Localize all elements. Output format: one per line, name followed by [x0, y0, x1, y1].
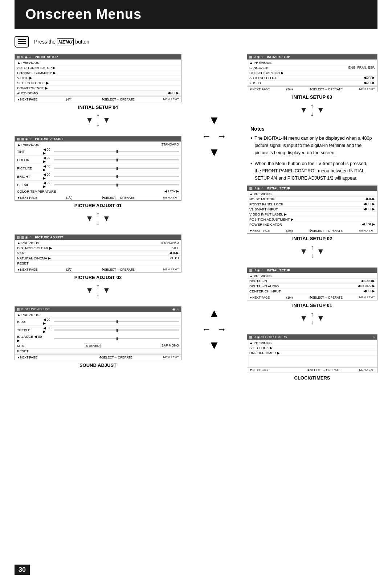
menu-row: ▲ PREVIOUSSTANDARD [15, 142, 181, 147]
arrow-down: ↓ [97, 121, 100, 127]
arrow-down2: ↓ [97, 219, 100, 226]
menu-row: CONVERGENCE ▶ [15, 86, 181, 91]
arrow-vertical-r2: ↑ ↓ [311, 244, 314, 259]
picture-adjust-01-block: ▦ ▦ ◉ ☆ PICTURE ADJUST ▲ PREVIOUSSTANDAR… [15, 136, 181, 226]
notes-text-1: The DIGITAL-IN menu can only be displaye… [255, 135, 374, 156]
notes-item-2: • When the Menu button on the TV front p… [250, 160, 374, 182]
menu-row: VSM◀ON▶ [15, 251, 181, 256]
screen-footer: ▼NEXT PAGE(1/4)❖SELECT↔ OPERATEMENU EXIT [247, 295, 377, 300]
slider-row: TREBLE◀ 00 ▶ [15, 326, 181, 334]
arrow-up2: ↑ [97, 211, 100, 218]
notes-section: Notes • The DIGITAL-IN menu can only be … [247, 126, 377, 182]
menu-row: ▲ PREVIOUS [247, 192, 377, 197]
menu-row: DIGITAL-IN AUDIO◀DIGITAL▶ [247, 284, 377, 289]
menu-row: ▲ PREVIOUS [15, 312, 181, 317]
arrow-up3: ↑ [97, 283, 100, 290]
menu-row: NOISE MUTING◀ON▶ [247, 197, 377, 202]
screen-header: ▦ ▦ ◉ ☆ PICTURE ADJUST [15, 235, 181, 240]
arrow-down-r2: ↓ [311, 252, 314, 259]
menu-row: DIG. NOISE CLEAR ▶OFF [15, 246, 181, 251]
menu-row [247, 356, 377, 366]
arrow-down-right2: ▼ [103, 214, 111, 222]
section-label-initial02: INITIAL SETUP 02 [247, 236, 377, 241]
arrow-left-icon2: ← [202, 324, 211, 335]
center-arrow-up: ▼ [208, 146, 220, 159]
arrow-left-icon: ← [202, 131, 211, 142]
arrow-up-r3: ↑ [311, 311, 314, 317]
initial-setup-01-screen: ▦ ↺ ◉ ☆ INITIAL SETUP ▲ PREVIOUS DIGITAL… [247, 267, 377, 300]
menu-row: ▲ PREVIOUS [247, 60, 377, 65]
bullet-dot-1: • [250, 135, 253, 156]
nav-arrows-picadj02: ▼ ↑ ↓ ▼ [15, 283, 181, 298]
initial-setup-04-block: ▦ ↺ ◉ ☆ INITIAL SETUP ▲ PREVIOUS AUTO TU… [15, 54, 181, 127]
initial-setup-01-block: ▦ ↺ ◉ ☆ INITIAL SETUP ▲ PREVIOUS DIGITAL… [247, 267, 377, 325]
center-arrow-down2: ▼ [208, 339, 220, 352]
arrow-down-right: ▼ [103, 116, 111, 124]
screen-footer: ▼NEXT PAGE❖SELECT↔ OPERATEMENU EXIT [15, 354, 181, 360]
menu-row: AUTO TUNER SETUP ▶ [15, 65, 181, 70]
menu-row: ON / OFF TIMER ▶ [247, 351, 377, 356]
menu-row: RESET [15, 261, 181, 266]
arrow-vertical-r1: ↑ ↓ [311, 103, 314, 117]
menu-row: XDS ID◀OFF▶ [247, 81, 377, 86]
notes-text-2: When the Menu button on the TV front pan… [255, 160, 374, 182]
menu-row: AUTO DEMO◀OFF▶ [15, 91, 181, 96]
notes-item-1: • The DIGITAL-IN menu can only be displa… [250, 135, 374, 156]
menu-row: ▲ PREVIOUS [247, 274, 377, 279]
arrow-up-r2: ↑ [311, 244, 314, 251]
left-column: ▦ ↺ ◉ ☆ INITIAL SETUP ▲ PREVIOUS AUTO TU… [15, 54, 181, 389]
menu-row: SET LOCK CODE ▶ [15, 81, 181, 86]
menu-icon [15, 36, 29, 48]
menu-row: SET CLOCK ▶ [247, 345, 377, 351]
arrow-down-r1: ↓ [311, 111, 314, 117]
svg-rect-1 [18, 41, 26, 42]
bullet-dot-2: • [250, 160, 253, 182]
arrow-vertical: ↑ ↓ [97, 113, 100, 127]
arrow-down-right-r1: ▼ [317, 106, 325, 114]
arrow-down-right3: ▼ [103, 286, 111, 294]
screen-header: ▦ ↺ ◉ ☆ INITIAL SETUP [247, 186, 377, 191]
section-label-initial01: INITIAL SETUP 01 [247, 303, 377, 308]
menu-row: DIGITAL-IN◀SIZE1▶ [247, 279, 377, 284]
menu-row: VIDEO INPUT LABEL ▶ [247, 212, 377, 217]
menu-row: ▲ PREVIOUS [247, 340, 377, 345]
screen-header: ▦ ↺ ◉ CLOCK / TIMERS ☆ [247, 335, 377, 340]
right-column: ▦ ↺ ◉ ☆ INITIAL SETUP ▲ PREVIOUS LANGUAG… [247, 54, 377, 389]
main-layout: ▦ ↺ ◉ ☆ INITIAL SETUP ▲ PREVIOUS AUTO TU… [15, 54, 377, 389]
press-menu-row: Press the MENU button [15, 36, 377, 48]
arrow-down-left2: ▼ [86, 214, 94, 222]
arrow-down-left3: ▼ [86, 286, 94, 294]
screen-header: ▦ ▦ ◉ ☆ PICTURE ADJUST [15, 136, 181, 142]
arrow-down-left-r1: ▼ [300, 106, 308, 114]
press-text: Press the MENU button [34, 39, 89, 45]
arrow-vertical3: ↑ ↓ [97, 283, 100, 298]
arrow-vertical-r3: ↑ ↓ [311, 311, 314, 325]
initial-setup-03-screen: ▦ ↺ ◉ ☆ INITIAL SETUP ▲ PREVIOUS LANGUAG… [247, 54, 377, 92]
section-label-picadj01: PICTURE ADJUST 01 [15, 203, 181, 208]
picture-adjust-01-screen: ▦ ▦ ◉ ☆ PICTURE ADJUST ▲ PREVIOUSSTANDAR… [15, 136, 181, 201]
slider-row: TINT◀ 00 ▶ [15, 147, 181, 156]
slider-row: BRIGHT◀ 00 ▶ [15, 172, 181, 181]
arrow-down-left-r2: ▼ [300, 247, 308, 255]
menu-row: COLOR TEMPERATURE◀ LOW ▶ [15, 189, 181, 194]
picture-adjust-02-block: ▦ ▦ ◉ ☆ PICTURE ADJUST ▲ PREVIOUSSTANDAR… [15, 234, 181, 298]
section-label-picadj02: PICTURE ADJUST 02 [15, 275, 181, 280]
menu-row: FRONT PANEL LOCK◀OFF▶ [247, 202, 377, 207]
svg-rect-2 [18, 44, 26, 44]
picture-adjust-02-screen: ▦ ▦ ◉ ☆ PICTURE ADJUST ▲ PREVIOUSSTANDAR… [15, 234, 181, 272]
section-label-clock: CLOCK/TIMERS [247, 375, 377, 381]
initial-setup-04-screen: ▦ ↺ ◉ ☆ INITIAL SETUP ▲ PREVIOUS AUTO TU… [15, 54, 181, 102]
slider-row: BALANCE ◀ 00 ▶ [15, 334, 181, 343]
center-arrow-up2: ▲ [208, 307, 220, 320]
slider-row: PICTURE◀ 00 ▶ [15, 164, 181, 172]
section-label-initial03: INITIAL SETUP 03 [247, 94, 377, 100]
screen-header: ▦ ↺ SOUND ADJUST ◉ ☆ [15, 307, 181, 312]
screen-header: ▦ ↺ ◉ ☆ INITIAL SETUP [15, 54, 181, 60]
screen-footer: ▼NEXT PAGE(2/4)❖SELECT↔ OPERATEMENU EXIT [247, 228, 377, 233]
slider-row: COLOR◀ 00 ▶ [15, 156, 181, 164]
slider-row: BASS◀ 00 ▶ [15, 317, 181, 326]
section-label-sound: SOUND ADJUST [15, 362, 181, 368]
menu-row: RESET [15, 349, 181, 354]
nav-arrows-initial01: ▼ ↑ ↓ ▼ [247, 311, 377, 325]
menu-row: V-CHIP ▶ [15, 75, 181, 81]
